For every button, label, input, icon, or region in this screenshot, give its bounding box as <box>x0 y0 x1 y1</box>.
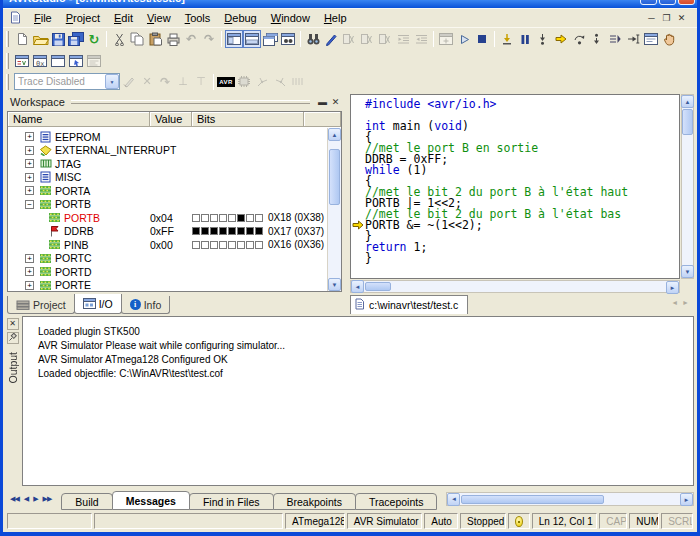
expand-icon[interactable]: + <box>25 173 34 182</box>
last-tab-icon[interactable]: ▶▶ <box>43 495 52 503</box>
menu-debug[interactable]: Debug <box>217 10 263 26</box>
expand-icon[interactable]: + <box>25 159 34 168</box>
scroll-down-icon[interactable]: ▼ <box>328 278 341 291</box>
expand-icon[interactable]: + <box>25 132 34 141</box>
tree-row-portc[interactable]: +PORTC <box>8 252 327 266</box>
bit-box[interactable] <box>210 227 218 235</box>
expand-icon[interactable]: + <box>25 254 34 263</box>
scroll-down-icon[interactable]: ▼ <box>681 265 694 278</box>
scrollbar-thumb[interactable] <box>461 495 603 504</box>
file-tab[interactable]: c:\winavr\test/test.c <box>350 295 468 314</box>
next-tab-icon[interactable]: ▶ <box>33 495 37 503</box>
tree-row-external_interrupt[interactable]: +EXTERNAL_INTERRUPT <box>8 144 327 158</box>
bit-box[interactable] <box>219 214 227 222</box>
tree-row-portb[interactable]: −PORTB <box>8 198 327 212</box>
bit-box[interactable] <box>237 227 245 235</box>
bit-box[interactable] <box>255 227 263 235</box>
toolbar-grip[interactable] <box>6 74 9 90</box>
pin-icon[interactable] <box>7 332 19 344</box>
mdi-close-button[interactable]: ✕ <box>674 13 689 23</box>
menu-file[interactable]: File <box>27 10 59 26</box>
tree-row-portb[interactable]: PORTB0x040X18 (0X38) <box>8 211 327 225</box>
step-out-button[interactable] <box>588 30 606 48</box>
tree-row-ddrb[interactable]: DDRB0xFF0X17 (0X37) <box>8 225 327 239</box>
tree-row-pinb[interactable]: PINB0x000X16 (0X36) <box>8 238 327 252</box>
save-all-button[interactable] <box>67 30 85 48</box>
bit-box[interactable] <box>228 214 236 222</box>
tree-row-portd[interactable]: +PORTD <box>8 265 327 279</box>
bit-box[interactable] <box>201 214 209 222</box>
edit-pen-button[interactable] <box>322 30 340 48</box>
mdi-restore-button[interactable]: ❐ <box>659 13 674 23</box>
column-header-value[interactable]: Value <box>150 112 192 127</box>
first-tab-icon[interactable]: ◀◀ <box>10 495 19 503</box>
code-editor[interactable]: #include <avr/io.h> int main (void){//me… <box>350 94 680 279</box>
bit-box[interactable] <box>237 214 245 222</box>
watch-window-button[interactable] <box>13 52 31 70</box>
bit-box[interactable] <box>255 214 263 222</box>
tab-messages[interactable]: Messages <box>112 491 190 510</box>
scroll-right-icon[interactable]: ► <box>666 281 679 294</box>
tab-tracepoints[interactable]: Tracepoints <box>355 493 437 510</box>
close-icon[interactable]: ✕ <box>7 318 19 330</box>
scroll-up-icon[interactable]: ▲ <box>681 95 694 108</box>
auto-step-button[interactable] <box>606 30 624 48</box>
bit-box[interactable] <box>228 241 236 249</box>
scroll-up-icon[interactable]: ▲ <box>328 128 341 141</box>
register-window-button[interactable] <box>49 52 67 70</box>
bit-box[interactable] <box>210 214 218 222</box>
minimize-button[interactable]: ─ <box>640 0 657 5</box>
menu-edit[interactable]: Edit <box>107 10 140 26</box>
scrollbar-thumb[interactable] <box>365 282 391 291</box>
scroll-right-icon[interactable]: ► <box>680 493 693 506</box>
bit-box[interactable] <box>201 227 209 235</box>
bit-box[interactable] <box>255 241 263 249</box>
window-find-button[interactable] <box>279 30 297 48</box>
bit-box[interactable] <box>192 227 200 235</box>
bit-box[interactable] <box>192 241 200 249</box>
pause-button[interactable] <box>516 30 534 48</box>
bit-box[interactable] <box>246 227 254 235</box>
paste-button[interactable] <box>146 30 164 48</box>
close-button[interactable]: ✕ <box>678 0 695 5</box>
refresh-button[interactable]: ↻ <box>85 30 103 48</box>
toggle-output-button[interactable] <box>243 30 261 48</box>
tab-scroll-right-icon[interactable]: ► <box>680 295 691 306</box>
scroll-left-icon[interactable]: ◄ <box>447 493 460 506</box>
expand-icon[interactable]: + <box>25 267 34 276</box>
tab-info[interactable]: iInfo <box>121 296 171 314</box>
register-bits[interactable] <box>192 214 263 222</box>
prev-tab-icon[interactable]: ◀ <box>24 495 28 503</box>
tab-find-in-files[interactable]: Find in Files <box>189 493 274 510</box>
menu-tools[interactable]: Tools <box>178 10 218 26</box>
scrollbar-thumb[interactable] <box>682 109 693 135</box>
expand-icon[interactable]: + <box>25 186 34 195</box>
new-file-button[interactable] <box>13 30 31 48</box>
avr-device-button[interactable]: AVR <box>217 73 235 91</box>
menu-view[interactable]: View <box>140 10 178 26</box>
panel-minimize-icon[interactable]: ▬ <box>316 97 329 107</box>
bit-box[interactable] <box>219 241 227 249</box>
quickwatch-button[interactable] <box>642 30 660 48</box>
toolbar-grip[interactable] <box>6 31 9 47</box>
toggle-workspace-button[interactable] <box>225 30 243 48</box>
open-folder-button[interactable] <box>31 30 49 48</box>
halt-hand-button[interactable] <box>660 30 678 48</box>
reset-button[interactable] <box>498 30 516 48</box>
bit-box[interactable] <box>237 241 245 249</box>
register-bits[interactable] <box>192 241 263 249</box>
io-register-tree[interactable]: +EEPROM+EXTERNAL_INTERRUPT+JTAG+MISC+POR… <box>8 128 327 291</box>
collapse-icon[interactable]: − <box>25 200 34 209</box>
maximize-button[interactable]: ❐ <box>659 0 676 5</box>
bit-box[interactable] <box>228 227 236 235</box>
bit-box[interactable] <box>201 241 209 249</box>
bit-box[interactable] <box>192 214 200 222</box>
print-button[interactable] <box>164 30 182 48</box>
io-window-button[interactable] <box>67 52 85 70</box>
scrollbar-thumb[interactable] <box>329 149 340 205</box>
expand-icon[interactable]: + <box>25 146 34 155</box>
run-button[interactable] <box>455 30 473 48</box>
bit-box[interactable] <box>210 241 218 249</box>
tree-row-eeprom[interactable]: +EEPROM <box>8 130 327 144</box>
expand-icon[interactable]: + <box>25 281 34 290</box>
